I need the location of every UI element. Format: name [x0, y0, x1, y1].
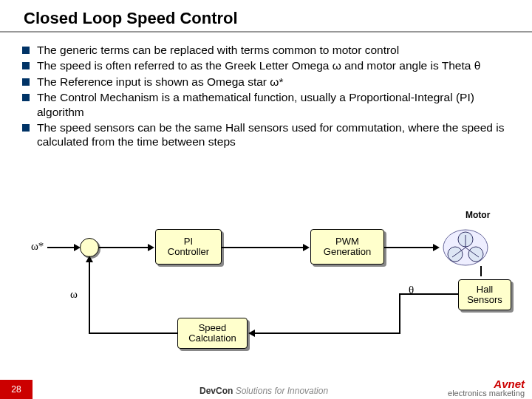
wire — [399, 293, 400, 334]
arrowhead-icon — [148, 244, 154, 251]
motor-label: Motor — [466, 210, 490, 220]
wire — [253, 332, 400, 334]
pi-controller-block: PI Controller — [155, 229, 222, 265]
footer: 28 DevCon Solutions for Innovation Avnet… — [0, 380, 532, 399]
bullet-list: The generic terms can be replaced with t… — [22, 43, 510, 151]
devcon-tagline: Solutions for Innovation — [236, 386, 328, 396]
wire — [89, 332, 177, 334]
summing-junction — [80, 238, 99, 257]
svg-point-2 — [448, 247, 463, 262]
wire — [399, 293, 458, 295]
wire — [47, 247, 77, 248]
wire — [89, 260, 90, 334]
devcon-logo: DevCon — [200, 386, 233, 396]
bullet-item: The Control Mechanism is a mathematical … — [22, 90, 510, 119]
arrowhead-icon — [303, 244, 310, 251]
input-label: ω* — [31, 240, 44, 253]
arrowhead-icon — [433, 244, 440, 251]
page-title: Closed Loop Speed Control — [24, 9, 238, 28]
footer-right: Avnet electronics marketing — [448, 378, 525, 398]
arrowhead-icon — [248, 330, 255, 337]
title-divider — [0, 31, 532, 33]
pwm-generation-block: PWM Generation — [310, 229, 384, 265]
footer-center: DevCon Solutions for Innovation — [200, 386, 328, 396]
page-number: 28 — [0, 380, 33, 399]
bullet-item: The speed is often referred to as the Gr… — [22, 58, 510, 72]
arrowhead-icon — [74, 244, 81, 251]
feedback-label: ω — [70, 288, 78, 301]
block-diagram: ω* ω θ Motor PI Controller PWM Generatio… — [0, 222, 532, 355]
motor-icon — [436, 223, 495, 272]
bullet-item: The generic terms can be replaced with t… — [22, 43, 510, 57]
wire — [384, 247, 434, 248]
speed-calculation-block: Speed Calculation — [177, 318, 248, 349]
bullet-item: The speed sensors can be the same Hall s… — [22, 120, 510, 149]
avnet-tagline: electronics marketing — [448, 389, 525, 398]
wire — [480, 266, 482, 276]
arrowhead-icon — [86, 256, 93, 262]
svg-point-3 — [468, 247, 483, 262]
wire — [222, 247, 304, 248]
wire — [99, 247, 149, 248]
bullet-item: The Reference input is shown as Omega st… — [22, 75, 510, 89]
hall-sensors-block: Hall Sensors — [458, 279, 511, 310]
